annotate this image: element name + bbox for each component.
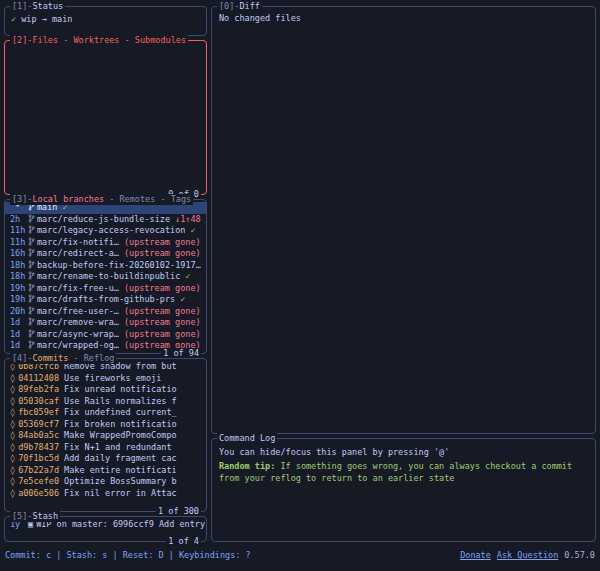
commit-row[interactable]: ◊7e5cefe0Optimize BossSummary b	[5, 476, 206, 488]
branch-icon	[28, 260, 37, 272]
branch-name: marc/rename-to-buildinpublic	[37, 271, 180, 281]
command-log-content: You can hide/focus this panel by pressin…	[212, 439, 595, 492]
branch-status: ✓	[180, 294, 185, 304]
branch-row[interactable]: 20hmarc/free-user-…(upstream gone)	[5, 306, 206, 318]
commit-message: Fix undefined current_	[64, 407, 177, 417]
branch-name: marc/free-user-…	[37, 306, 119, 316]
commit-row[interactable]: ◊04112408Use fireworks emoji	[5, 373, 206, 385]
commit-message: Fix N+1 and redundant	[64, 442, 171, 452]
donate-link[interactable]: Donate	[460, 550, 491, 560]
tab-files[interactable]: Files	[32, 35, 58, 45]
tab-commits[interactable]: Commits	[32, 353, 68, 363]
stash-panel[interactable]: [5]-Stash 1y▣WIP on master: 6996ccf9 Add…	[4, 516, 207, 542]
branch-row[interactable]: 19hmarc/drafts-from-github-prs✓	[5, 294, 206, 306]
version-label: 0.57.0	[564, 550, 595, 560]
branch-icon	[28, 237, 37, 249]
commit-icon: ◊	[10, 419, 15, 429]
commit-message: Use Rails normalizes f	[64, 396, 177, 406]
branch-recency: 19h	[10, 294, 26, 306]
stash-message: WIP on master: 6996ccf9 Add entry	[36, 519, 205, 529]
commit-hash: fbc059ef	[18, 407, 59, 417]
branch-icon	[28, 225, 37, 237]
commits-panel[interactable]: [4]-Commits - Reflog ◊0b87cfcbRemove sha…	[4, 358, 207, 512]
commit-hash: 04112408	[18, 373, 59, 383]
commit-hash: 84ab0a5c	[18, 430, 59, 440]
commit-message: Make WrappedPromoCompo	[64, 430, 177, 440]
branch-row[interactable]: 1dmarc/remove-wra…(upstream gone)	[5, 317, 206, 329]
branch-status: ✓	[185, 271, 190, 281]
branch-recency: 1d	[10, 317, 26, 329]
branch-row[interactable]: 18hbackup-before-fix-20260102-1917…	[5, 260, 206, 272]
branch-row[interactable]: 11hmarc/legacy-access-revocation✓	[5, 225, 206, 237]
branch-row[interactable]: 19hmarc/fix-free-u…(upstream gone)	[5, 283, 206, 295]
diff-panel-number: [0]-	[219, 1, 239, 11]
status-panel[interactable]: [1]-Status ✓ wip → main	[4, 6, 207, 36]
files-panel-number: [2]-	[12, 35, 32, 45]
branch-list: *main✓ 2hmarc/reduce-js-bundle-size↓1↑48…	[5, 200, 206, 352]
tab-local-branches[interactable]: Local branches	[32, 194, 104, 204]
branch-row[interactable]: 11hmarc/fix-notifi…(upstream gone)	[5, 237, 206, 249]
branches-panel[interactable]: [3]-Local branches - Remotes - Tags *mai…	[4, 199, 207, 354]
command-log-panel[interactable]: Command Log You can hide/focus this pane…	[211, 438, 596, 542]
arrow-icon: →	[42, 14, 47, 24]
commit-hash: 05369cf7	[18, 419, 59, 429]
commit-row[interactable]: ◊a006e506Fix nil error in Attac	[5, 488, 206, 500]
branch-icon	[28, 306, 37, 318]
commits-panel-title: [4]-Commits - Reflog	[10, 353, 116, 364]
stash-panel-title: [5]-Stash	[10, 511, 60, 522]
branch-row[interactable]: 16hmarc/redirect-a…(upstream gone)	[5, 248, 206, 260]
branch-row[interactable]: 2hmarc/reduce-js-bundle-size↓1↑48	[5, 214, 206, 226]
tab-worktrees-submodules[interactable]: - Worktrees - Submodules	[58, 35, 186, 45]
tab-remotes-tags[interactable]: - Remotes - Tags	[104, 194, 191, 204]
commit-row[interactable]: ◊05369cf7Fix broken notificatio	[5, 419, 206, 431]
commit-icon: ◊	[10, 430, 15, 440]
branch-icon	[28, 294, 37, 306]
branch-row[interactable]: 18hmarc/rename-to-buildinpublic✓	[5, 271, 206, 283]
commit-hash: d9b78437	[18, 442, 59, 452]
branch-recency: 2h	[10, 214, 26, 226]
commit-row[interactable]: ◊89feb2faFix unread notificatio	[5, 384, 206, 396]
commit-icon: ◊	[10, 442, 15, 452]
branch-name: marc/legacy-access-revocation	[37, 225, 185, 235]
branch-status: (upstream gone)	[124, 329, 201, 339]
commit-row[interactable]: ◊05030cafUse Rails normalizes f	[5, 396, 206, 408]
branch-name: marc/async-wrap…	[37, 329, 119, 339]
branch-status: (upstream gone)	[124, 283, 201, 293]
commit-row[interactable]: ◊70f1bc5dAdd daily fragment cac	[5, 453, 206, 465]
command-log-hint: You can hide/focus this panel by pressin…	[219, 446, 588, 459]
current-branch-name: main	[52, 14, 72, 24]
check-icon: ✓	[11, 14, 16, 24]
commit-message: Optimize BossSummary b	[64, 476, 177, 486]
branch-recency: 18h	[10, 260, 26, 272]
branch-name: marc/wrapped-og…	[37, 340, 119, 350]
branch-recency: 16h	[10, 248, 26, 260]
random-tip-label: Random tip:	[219, 461, 275, 471]
commit-message: Make entire notificati	[64, 465, 177, 475]
commit-hash: 67b22a7d	[18, 465, 59, 475]
branch-recency: 19h	[10, 283, 26, 295]
commit-message: Add daily fragment cac	[64, 453, 177, 463]
branch-icon	[28, 248, 37, 260]
diff-panel[interactable]: [0]-Diff No changed files	[211, 6, 596, 434]
commit-icon: ◊	[10, 407, 15, 417]
commit-row[interactable]: ◊67b22a7dMake entire notificati	[5, 465, 206, 477]
commit-row[interactable]: ◊fbc059efFix undefined current_	[5, 407, 206, 419]
ask-question-link[interactable]: Ask Question	[497, 550, 558, 560]
branch-recency: 11h	[10, 225, 26, 237]
commit-row[interactable]: ◊d9b78437Fix N+1 and redundant	[5, 442, 206, 454]
commit-icon: ◊	[10, 465, 15, 475]
branch-row[interactable]: 1dmarc/async-wrap…(upstream gone)	[5, 329, 206, 341]
tab-reflog[interactable]: - Reflog	[68, 353, 114, 363]
branches-panel-number: [3]-	[12, 194, 32, 204]
branch-icon	[28, 317, 37, 329]
branch-status: (upstream gone)	[124, 317, 201, 327]
branch-status: (upstream gone)	[124, 237, 201, 247]
branch-name: marc/reduce-js-bundle-size	[37, 214, 170, 224]
commit-message: Fix unread notificatio	[64, 384, 177, 394]
branch-name: marc/fix-free-u…	[37, 283, 119, 293]
commit-row[interactable]: ◊84ab0a5cMake WrappedPromoCompo	[5, 430, 206, 442]
branch-recency: 1d	[10, 340, 26, 352]
files-panel[interactable]: [2]-Files - Worktrees - Submodules 0 of …	[4, 40, 207, 195]
branch-name: backup-before-fix-20260102-1917…	[37, 260, 201, 270]
commit-icon: ◊	[10, 476, 15, 486]
